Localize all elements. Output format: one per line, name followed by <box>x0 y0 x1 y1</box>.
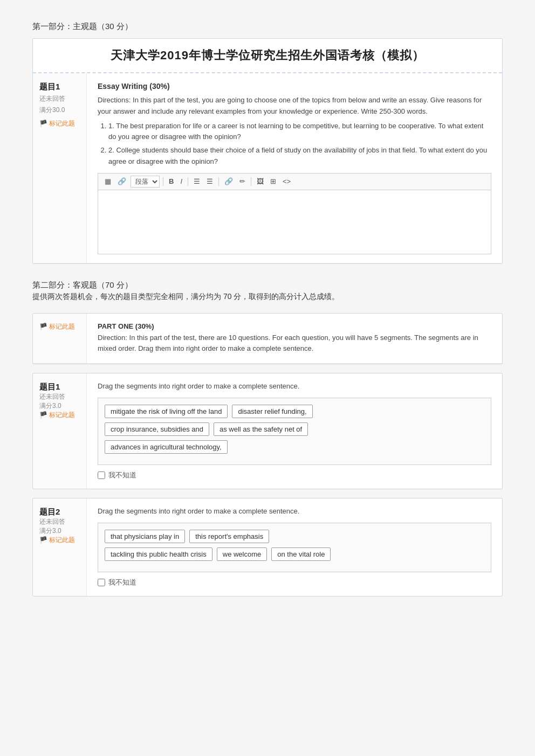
part-one-title: PART ONE (30%) <box>98 322 491 330</box>
drag-q1-segments-area: mitigate the risk of living off the land… <box>98 398 491 465</box>
drag-q1-seg4[interactable]: as well as the safety net of <box>214 422 308 436</box>
drag-q1-row3: advances in agricultural technology, <box>105 440 484 454</box>
toolbar-pencil-btn[interactable]: ✏ <box>237 176 248 186</box>
drag-q2-dont-know-cb[interactable] <box>98 579 105 586</box>
q1-number: 题目1 <box>39 82 80 92</box>
toolbar-sep3 <box>218 177 219 186</box>
drag-q2-score: 满分3.0 <box>39 526 80 536</box>
drag-q2-sidebar: 题目2 还未回答 满分3.0 🏴 标记此题 <box>33 498 87 596</box>
part-one-directions: Direction: In this part of the test, the… <box>98 332 491 355</box>
toolbar-link2-btn[interactable]: 🔗 <box>222 176 235 186</box>
toolbar-sep2 <box>188 177 188 186</box>
essay-title: Essay Writing (30%) <box>98 82 491 91</box>
question1-container: 题目1 还未回答 满分30.0 🏴 标记此题 Essay Writing (30… <box>33 73 502 263</box>
toolbar-sep1 <box>163 177 163 186</box>
q1-status: 还未回答 <box>39 94 80 103</box>
part-one-content: PART ONE (30%) Direction: In this part o… <box>87 314 502 364</box>
q1-mark[interactable]: 🏴 标记此题 <box>39 119 80 128</box>
directions-intro: Directions: In this part of the test, yo… <box>98 96 482 115</box>
drag-q1-row: 题目1 还未回答 满分3.0 🏴 标记此题 Drag the segments … <box>33 373 502 489</box>
drag-q1-row2: crop insurance, subsidies and as well as… <box>105 422 484 436</box>
part2-title: 第二部分：客观题（70 分） <box>32 280 503 290</box>
toolbar-code-btn[interactable]: <> <box>280 176 293 186</box>
toolbar-table-btn[interactable]: ⊞ <box>268 176 278 186</box>
toolbar-bold-btn[interactable]: B <box>167 176 176 186</box>
drag-q1-dont-know-label: 我不知道 <box>108 470 136 480</box>
part-one-directions-text: Direction: In this part of the test, the… <box>98 334 478 353</box>
drag-q1-seg1[interactable]: mitigate the risk of living off the land <box>105 405 228 418</box>
drag-q1-dont-know-row: 我不知道 <box>98 470 491 480</box>
drag-q2-segments-area: that physicians play in this report's em… <box>98 523 491 572</box>
exam-box: 天津大学2019年博士学位研究生招生外国语考核（模拟） 题目1 还未回答 满分3… <box>32 38 503 264</box>
essay-directions: Directions: In this part of the test, yo… <box>98 95 491 168</box>
drag-q2-dont-know-row: 我不知道 <box>98 578 491 587</box>
toolbar-ol-btn[interactable]: ☰ <box>191 176 202 186</box>
question1-sidebar: 题目1 还未回答 满分30.0 🏴 标记此题 <box>33 73 87 263</box>
drag-q2-mark[interactable]: 🏴 标记此题 <box>39 536 80 545</box>
toolbar-grid-btn[interactable]: ▦ <box>102 176 113 186</box>
question1-content: Essay Writing (30%) Directions: In this … <box>87 73 502 263</box>
toolbar-link-btn[interactable]: 🔗 <box>115 176 128 186</box>
part-one-header-row: 🏴 标记此题 PART ONE (30%) Direction: In this… <box>33 314 502 364</box>
topic-list: 1. The best preparation for life or a ca… <box>98 121 491 168</box>
drag-q2-seg3[interactable]: tackling this public health crisis <box>105 547 212 561</box>
drag-q2-instruction: Drag the segments into right order to ma… <box>98 507 491 515</box>
part2-desc: 提供两次答题机会，每次的题目类型完全相同，满分均为 70 分，取得到的高分计入总… <box>32 290 503 303</box>
drag-q2-dont-know-label: 我不知道 <box>108 578 136 587</box>
toolbar-italic-btn[interactable]: I <box>178 176 184 186</box>
drag-q2-box: 题目2 还未回答 满分3.0 🏴 标记此题 Drag the segments … <box>32 498 503 597</box>
part1-header: 第一部分：主观题（30 分） <box>32 22 503 32</box>
drag-q1-score: 满分3.0 <box>39 401 80 411</box>
drag-q1-row1: mitigate the risk of living off the land… <box>105 405 484 418</box>
drag-q2-status: 还未回答 <box>39 517 80 526</box>
toolbar-format-select[interactable]: 段落 <box>131 176 160 188</box>
drag-q2-row1: that physicians play in this report's em… <box>105 530 484 543</box>
drag-q1-seg2[interactable]: disaster relief funding, <box>232 405 312 418</box>
drag-q1-number: 题目1 <box>39 382 80 392</box>
exam-title: 天津大学2019年博士学位研究生招生外国语考核（模拟） <box>33 39 502 73</box>
drag-q2-seg2[interactable]: this report's emphasis <box>189 530 269 543</box>
part-one-sidebar: 🏴 标记此题 <box>33 314 87 364</box>
drag-q2-seg1[interactable]: that physicians play in <box>105 530 185 543</box>
part-one-mark[interactable]: 🏴 标记此题 <box>39 322 80 331</box>
toolbar-ul-btn[interactable]: ☰ <box>204 176 215 186</box>
drag-q2-content: Drag the segments into right order to ma… <box>87 498 502 596</box>
part-one-box: 🏴 标记此题 PART ONE (30%) Direction: In this… <box>32 313 503 365</box>
drag-q1-status: 还未回答 <box>39 392 80 401</box>
drag-q2-number: 题目2 <box>39 507 80 517</box>
drag-q1-dont-know-cb[interactable] <box>98 471 105 479</box>
drag-q1-mark[interactable]: 🏴 标记此题 <box>39 411 80 420</box>
part2-header-section: 第二部分：客观题（70 分） 提供两次答题机会，每次的题目类型完全相同，满分均为… <box>32 280 503 303</box>
drag-q1-seg5[interactable]: advances in agricultural technology, <box>105 440 228 454</box>
drag-q1-instruction: Drag the segments into right order to ma… <box>98 382 491 390</box>
drag-q1-seg3[interactable]: crop insurance, subsidies and <box>105 422 209 436</box>
editor-toolbar: ▦ 🔗 段落 B I ☰ ☰ 🔗 ✏ 🖼 ⊞ <box>98 173 491 190</box>
drag-q2-row2: tackling this public health crisis we we… <box>105 547 484 561</box>
part1-header-text: 第一部分：主观题（30 分） <box>32 22 133 31</box>
drag-q2-seg4[interactable]: we welcome <box>217 547 268 561</box>
drag-q2-seg5[interactable]: on the vital role <box>271 547 331 561</box>
drag-q1-box: 题目1 还未回答 满分3.0 🏴 标记此题 Drag the segments … <box>32 373 503 489</box>
essay-editor-area[interactable] <box>98 190 491 254</box>
toolbar-image-btn[interactable]: 🖼 <box>255 176 266 186</box>
topic1: 1. The best preparation for life or a ca… <box>108 121 491 143</box>
toolbar-sep4 <box>251 177 251 186</box>
topic2: 2. College students should base their ch… <box>108 145 491 168</box>
page: 第一部分：主观题（30 分） 天津大学2019年博士学位研究生招生外国语考核（模… <box>0 0 535 756</box>
drag-q2-row: 题目2 还未回答 满分3.0 🏴 标记此题 Drag the segments … <box>33 498 502 596</box>
drag-q1-content: Drag the segments into right order to ma… <box>87 373 502 489</box>
q1-score: 满分30.0 <box>39 106 80 115</box>
drag-q1-sidebar: 题目1 还未回答 满分3.0 🏴 标记此题 <box>33 373 87 489</box>
